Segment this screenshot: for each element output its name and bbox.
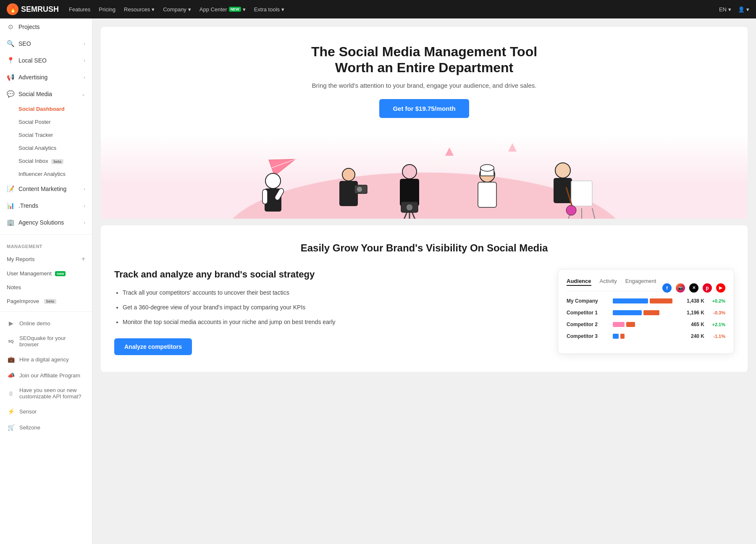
main-content: The Social Media Management Tool Worth a… <box>92 18 756 544</box>
user-menu[interactable]: 👤 ▾ <box>738 6 749 13</box>
features-heading: Track and analyze any brand's social str… <box>114 269 544 280</box>
sidebar-item-my-reports[interactable]: My Reports + <box>0 251 92 267</box>
sidebar-label-social-media: Social Media <box>18 91 77 97</box>
sidebar-subitem-influencer-analytics[interactable]: Influencer Analytics <box>0 167 92 180</box>
seoquake-icon: SQ <box>7 337 15 345</box>
sensor-label: Sensor <box>19 408 37 415</box>
features-section-title: Easily Grow Your Brand's Visibility On S… <box>114 242 734 254</box>
sellzone-icon: 🛒 <box>7 423 15 432</box>
sidebar-item-projects[interactable]: ⊙ Projects <box>0 18 92 35</box>
sidebar-item-local-seo[interactable]: 📍 Local SEO › <box>0 52 92 69</box>
sidebar-item-seo[interactable]: 🔍 SEO › <box>0 35 92 52</box>
twitter-icon[interactable]: ✕ <box>689 283 698 293</box>
svg-rect-25 <box>571 181 592 206</box>
bar-red-0 <box>650 298 672 303</box>
sidebar-item-notes[interactable]: Notes <box>0 280 92 294</box>
sidebar-subitem-social-dashboard[interactable]: Social Dashboard <box>0 102 92 115</box>
sidebar-item-seoquake[interactable]: SQ SEOquake for your browser <box>0 331 92 351</box>
beta-badge: beta <box>44 299 56 304</box>
sidebar-item-sellzone[interactable]: 🛒 Sellzone <box>0 419 92 435</box>
sidebar-item-advertising[interactable]: 📢 Advertising › <box>0 69 92 86</box>
instagram-icon[interactable]: 📷 <box>676 283 685 293</box>
new-badge: new <box>55 271 66 276</box>
competitor-row-mycompany: My Company 1,438 K +0.2% <box>567 298 725 304</box>
sidebar-item-content-marketing[interactable]: 📝 Content Marketing › <box>0 180 92 197</box>
sidebar-label-content-marketing: Content Marketing <box>18 186 79 192</box>
analytics-widget: Audience Activity Engagement f 📷 ✕ p ▶ <box>558 269 734 354</box>
language-selector[interactable]: EN ▾ <box>719 6 731 13</box>
tab-engagement[interactable]: Engagement <box>625 278 656 286</box>
analyze-competitors-button[interactable]: Analyze competitors <box>114 338 192 355</box>
sidebar-item-affiliate[interactable]: 📣 Join our Affiliate Program <box>0 367 92 383</box>
sidebar-subitem-social-analytics[interactable]: Social Analytics <box>0 141 92 154</box>
plus-icon[interactable]: + <box>81 255 85 263</box>
features-bullet-list: Track all your competitors' accounts to … <box>114 288 544 327</box>
sidebar-item-api[interactable]: {} Have you seen our new customizable AP… <box>0 383 92 403</box>
sidebar-item-trends[interactable]: 📊 .Trends › <box>0 197 92 214</box>
hero-title: The Social Media Management Tool Worth a… <box>109 44 739 76</box>
nav-extra-tools[interactable]: Extra tools ▾ <box>254 6 284 13</box>
competitor-change-1: -0.3% <box>709 310 725 315</box>
hero-cta-button[interactable]: Get for $19.75/month <box>379 99 469 118</box>
sidebar-subitem-social-tracker[interactable]: Social Tracker <box>0 128 92 141</box>
affiliate-label: Join our Affiliate Program <box>19 372 80 379</box>
management-section-label: MANAGEMENT <box>0 238 92 251</box>
sidebar-item-pageimprove[interactable]: PageImprove beta <box>0 294 92 308</box>
svg-rect-20 <box>478 182 496 207</box>
sidebar: ⊙ Projects 🔍 SEO › 📍 Local SEO › 📢 Adver… <box>0 18 92 544</box>
sidebar-label-advertising: Advertising <box>18 74 79 81</box>
sidebar-label-projects: Projects <box>18 24 85 30</box>
feature-bullet-1: Track all your competitors' accounts to … <box>123 288 544 297</box>
sidebar-subitem-social-inbox[interactable]: Social Inbox beta <box>0 154 92 167</box>
sidebar-item-hire-agency[interactable]: 💼 Hire a digital agency <box>0 351 92 367</box>
hero-text-block: The Social Media Management Tool Worth a… <box>101 27 748 135</box>
facebook-icon[interactable]: f <box>662 283 672 293</box>
nav-app-center[interactable]: App Center NEW ▾ <box>200 6 246 13</box>
svg-rect-5 <box>262 189 268 204</box>
api-label: Have you seen our new customizable API f… <box>19 387 85 400</box>
nav-pricing[interactable]: Pricing <box>99 6 116 13</box>
competitor-bar-2 <box>613 322 677 327</box>
sidebar-label-seo: SEO <box>18 40 79 47</box>
bar-red-1 <box>643 310 659 315</box>
svg-rect-24 <box>554 178 572 203</box>
affiliate-icon: 📣 <box>7 371 15 379</box>
seo-icon: 🔍 <box>7 40 14 47</box>
sidebar-item-agency-solutions[interactable]: 🏢 Agency Solutions › <box>0 214 92 231</box>
local-seo-icon: 📍 <box>7 57 14 64</box>
sidebar-divider-2 <box>0 311 92 312</box>
features-body: Track and analyze any brand's social str… <box>114 269 734 355</box>
svg-point-17 <box>406 204 413 211</box>
sidebar-item-sensor[interactable]: ⚡ Sensor <box>0 403 92 419</box>
pinterest-icon[interactable]: p <box>703 283 712 293</box>
sellzone-label: Sellzone <box>19 424 40 431</box>
sensor-icon: ⚡ <box>7 407 15 416</box>
sidebar-subitem-social-poster[interactable]: Social Poster <box>0 115 92 128</box>
tab-audience[interactable]: Audience <box>567 278 591 286</box>
chevron-down-icon: ▾ <box>728 6 731 13</box>
nav-resources[interactable]: Resources ▾ <box>124 6 155 13</box>
nav-links: Features Pricing Resources ▾ Company ▾ A… <box>69 6 709 13</box>
nav-features[interactable]: Features <box>69 6 90 13</box>
hero-subtitle: Bring the world's attention to your bran… <box>109 82 739 89</box>
user-icon: 👤 <box>738 6 745 13</box>
tab-activity[interactable]: Activity <box>600 278 617 286</box>
chevron-right-icon: › <box>84 186 85 191</box>
youtube-icon[interactable]: ▶ <box>716 283 725 293</box>
bar-red-2 <box>626 322 635 327</box>
nav-company[interactable]: Company ▾ <box>163 6 191 13</box>
sidebar-item-online-demo[interactable]: ▶ Online demo <box>0 315 92 331</box>
hero-card: The Social Media Management Tool Worth a… <box>101 27 748 219</box>
top-navigation: 🔥 SEMRUSH Features Pricing Resources ▾ C… <box>0 0 756 18</box>
chevron-down-icon: ▾ <box>746 6 749 13</box>
svg-point-11 <box>402 165 417 179</box>
online-demo-label: Online demo <box>19 320 50 327</box>
sidebar-item-social-media[interactable]: 💬 Social Media ⌄ <box>0 86 92 102</box>
logo[interactable]: 🔥 SEMRUSH <box>7 3 59 15</box>
svg-point-10 <box>357 186 362 192</box>
sidebar-item-user-management[interactable]: User Management new <box>0 267 92 280</box>
competitor-value-2: 465 K <box>681 322 704 327</box>
competitor-change-0: +0.2% <box>709 298 725 303</box>
projects-icon: ⊙ <box>7 23 14 31</box>
new-badge: NEW <box>229 7 241 12</box>
